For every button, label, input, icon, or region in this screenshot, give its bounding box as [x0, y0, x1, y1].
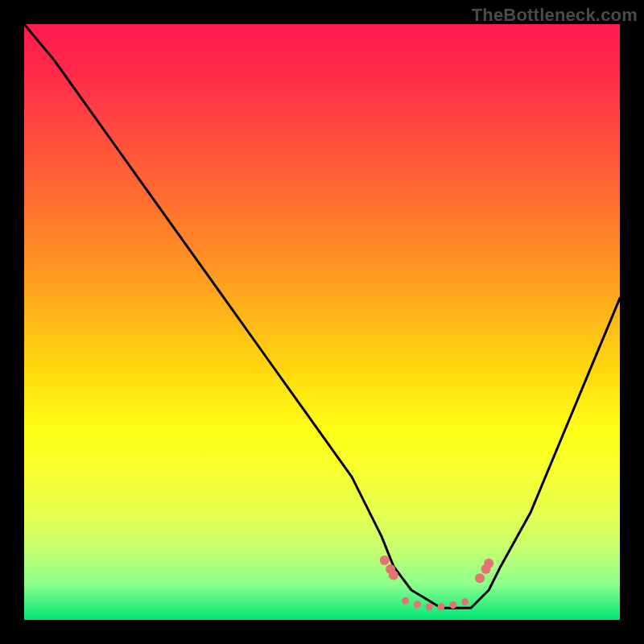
chart-container: TheBottleneck.com	[0, 0, 644, 644]
data-marker	[475, 573, 485, 583]
watermark-text: TheBottleneck.com	[472, 5, 638, 26]
curve-layer	[24, 24, 620, 620]
data-marker	[461, 598, 469, 605]
bottleneck-curve-path	[24, 24, 620, 608]
data-marker	[438, 603, 445, 610]
curve-group	[24, 24, 620, 608]
data-marker	[402, 597, 409, 605]
data-marker	[449, 601, 456, 609]
data-marker	[414, 601, 421, 608]
data-marker	[426, 603, 433, 610]
data-marker	[380, 555, 390, 565]
data-marker	[389, 571, 398, 580]
data-marker	[484, 559, 493, 568]
plot-area	[24, 24, 620, 620]
